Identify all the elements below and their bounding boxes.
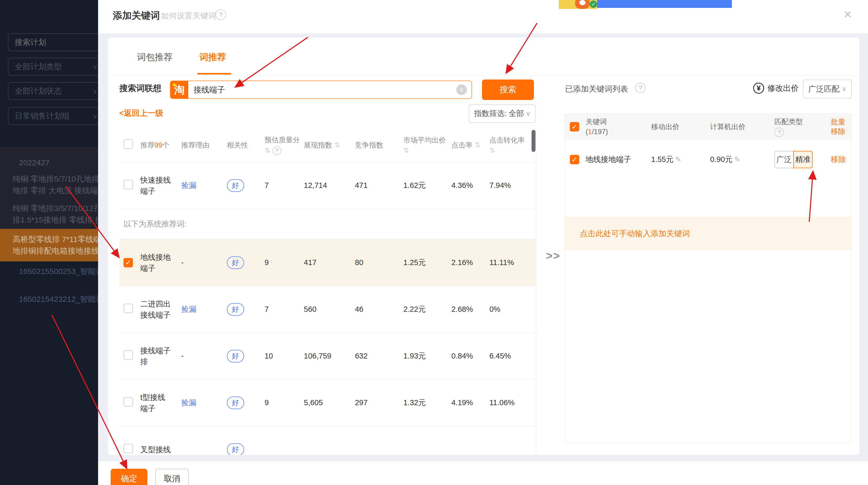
competition-cell: 471 [351,181,400,190]
keyword-row[interactable]: 叉型接线 好 [119,426,536,455]
plan-status-select[interactable]: 全部计划状态 ∨ [8,82,98,100]
relevance-badge: 好 [227,303,244,316]
row-checkbox[interactable] [124,444,133,453]
keyword-name: 快速接线端子 [138,174,172,197]
added-select-all-checkbox[interactable]: ✓ [570,122,579,132]
plan-status-label: 全部计划状态 [15,86,93,96]
row-checkbox[interactable] [124,397,133,406]
reason-link[interactable]: 捡漏 [181,305,196,313]
back-to-parent-link[interactable]: <返回上一级 [119,108,163,119]
row-checkbox-checked[interactable]: ✓ [124,258,133,267]
added-keyword-row[interactable]: ✓ 地线接地端子 1.55元✎ 0.90元✎ 广泛 精准 移除 [565,140,851,179]
plan-item[interactable]: 1650215500253_智能计划 [0,265,98,277]
cvr-header[interactable]: 点击转化率 ⇅ [486,136,536,154]
tab-word-recommend[interactable]: 词推荐 [199,51,226,63]
reason-cell: - [172,352,224,360]
added-keywords-title: 已添加关键词列表 [565,84,628,94]
search-association-label: 搜索词联想 [119,83,161,94]
avg-price-header[interactable]: 市场平均出价 ⇅ [400,136,448,154]
impressions-header[interactable]: 展现指数 ⇅ [300,140,351,150]
ctr-header[interactable]: 点击率 ⇅ [448,140,486,150]
keyword-name: 二进四出接线端子 [138,298,172,320]
cancel-button[interactable]: 取消 [155,469,189,485]
close-icon[interactable]: × [844,7,852,21]
keyword-row[interactable]: 二进四出接线端子 捡漏 好 7 560 46 2.22元 2.68% 0% [119,286,536,333]
transfer-right-icon[interactable]: >> [540,250,566,262]
plan-item-selected[interactable]: 高桥型零线排 7*11零线端子排 地排铜排配电箱接地接线端子 [0,229,98,261]
competition-cell: 632 [351,352,400,360]
impressions-cell: 560 [300,305,351,314]
help-icon[interactable]: ? [273,146,281,155]
sort-icon[interactable]: ⇅ [265,146,270,154]
row-checkbox[interactable] [124,180,133,189]
recommend-count-header: 推荐99个 [138,140,172,151]
competition-cell: 46 [351,305,400,314]
modify-bid-button[interactable]: ¥ 修改出价 [753,83,799,94]
count-prefix: 推荐 [140,141,154,149]
plan-item[interactable]: 2022427 [0,157,98,169]
mobile-bid-header: 移动出价 [649,122,708,132]
keyword-row[interactable]: 接线端子排 - 好 10 106,759 632 1.93元 0.84% 6.4… [119,333,536,379]
notification-banner-cropped: ✓ [559,0,735,9]
chevron-down-icon: ∨ [842,85,846,93]
clear-input-icon[interactable]: × [456,85,467,95]
plan-search-input[interactable] [15,38,98,47]
table-scrollbar-thumb[interactable] [532,130,535,152]
score-cell: 10 [258,352,300,360]
plan-group-select[interactable]: 日常销售计划组 ∨ [8,107,98,125]
ctr-cell: 2.68% [448,305,486,314]
score-cell: 9 [258,398,300,407]
mobile-bid-value: 1.55元✎ [649,154,708,165]
added-keywords-panel: ✓ 关键词 (1/197) 移动出价 计算机出价 匹配类型 ? 批量 移除 ✓ [564,113,852,443]
score-cell: 7 [258,305,300,314]
remove-link[interactable]: 移除 [831,155,846,164]
sort-icon[interactable]: ⇅ [403,146,448,154]
confirm-button[interactable]: 确定 [111,469,147,485]
plan-item[interactable]: 纯铜 零地排5/7/10孔地排3*30排 地排 零排 大电流 接线端子 [0,173,98,196]
keyword-row[interactable]: 快速接线端子 捡漏 好 7 12,714 471 1.62元 4.36% 7.9… [119,162,536,209]
reason-link[interactable]: 捡漏 [181,181,196,190]
keyword-row-selected[interactable]: ✓ 地线接地端子 - 好 9 417 80 1.25元 2.16% 11.11% [119,239,536,286]
cvr-header-label: 点击转化率 [489,136,536,145]
tab-word-package[interactable]: 词包推荐 [137,51,173,63]
sort-icon[interactable]: ⇅ [489,146,536,154]
match-type-header-label: 匹配类型 [774,117,828,127]
plan-item[interactable]: 纯铜 零地排3/5/7/10/12孔 地线 排1.5*15接地排 零线排 接线端 [0,203,98,226]
active-tab-underline [197,73,231,75]
sort-icon[interactable]: ⇅ [334,141,340,149]
match-type-value: 广泛匹配 [808,84,840,94]
keyword-row[interactable]: t型接线端子 捡漏 好 9 5,605 297 1.32元 4.19% 11.0… [119,379,536,426]
row-checkbox[interactable] [124,350,133,360]
plan-search-box[interactable] [8,33,98,51]
index-filter-dropdown[interactable]: 指数筛选: 全部 ∨ [469,105,536,123]
search-button[interactable]: 搜索 [482,80,534,100]
avg-price-header-label: 市场平均出价 [403,136,448,145]
edit-pencil-icon[interactable]: ✎ [675,155,681,164]
plan-type-select[interactable]: 全部计划类型 ∨ [8,58,98,76]
score-header[interactable]: 预估质量分 ⇅? [258,135,300,155]
help-icon[interactable]: ? [635,83,646,93]
plan-item[interactable]: 1650215423212_智能计划 [0,293,98,305]
help-icon[interactable]: ? [216,9,226,20]
help-icon[interactable]: ? [774,127,784,137]
match-type-dropdown[interactable]: 广泛匹配 ∨ [803,80,852,98]
cvr-cell: 11.06% [486,398,536,407]
keyword-search-input[interactable] [188,85,456,94]
match-exact-button-selected[interactable]: 精准 [793,151,813,168]
edit-pencil-icon[interactable]: ✎ [734,155,740,164]
batch-remove-line: 移除 [831,127,850,136]
batch-remove-button[interactable]: 批量 移除 [828,117,850,136]
plan-item-line: 地排铜排配电箱接地接线端子 [12,245,98,257]
match-broad-button[interactable]: 广泛 [774,151,794,168]
score-cell: 7 [258,181,300,190]
manual-add-keyword-hint[interactable]: 点击此处可手动输入添加关键词 [565,217,851,250]
modal-subtitle-link[interactable]: 如何设置关键词 [161,10,216,21]
select-all-checkbox[interactable] [124,139,133,149]
reason-link[interactable]: 捡漏 [181,398,196,407]
sort-icon[interactable]: ⇅ [475,141,480,149]
check-badge-icon: ✓ [590,1,597,8]
chevron-down-icon: ∨ [526,110,530,117]
keyword-search-field[interactable]: 淘 × [170,81,472,99]
row-checkbox[interactable] [124,304,133,313]
added-row-checkbox[interactable]: ✓ [570,155,579,164]
